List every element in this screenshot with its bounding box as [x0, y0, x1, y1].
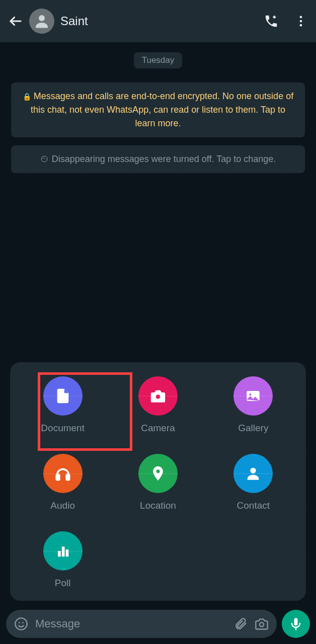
attach-audio[interactable]: Audio: [20, 454, 105, 511]
attach-gallery[interactable]: Gallery: [211, 376, 296, 434]
attach-label: Poll: [55, 578, 71, 589]
emoji-icon[interactable]: [14, 617, 28, 631]
encryption-notice-text: Messages and calls are end-to-end encryp…: [31, 91, 293, 128]
svg-point-18: [22, 622, 24, 623]
more-options-icon[interactable]: [294, 14, 308, 28]
chat-header: Saint: [0, 0, 316, 42]
poll-icon: [43, 531, 83, 571]
date-row: Tuesday: [6, 48, 310, 72]
audio-icon: [43, 454, 83, 493]
svg-point-1: [39, 15, 45, 21]
svg-point-4: [300, 24, 302, 27]
svg-point-3: [300, 20, 302, 23]
timer-icon: ⏲: [40, 154, 49, 164]
contact-icon: [233, 454, 273, 493]
attach-label: Document: [41, 423, 85, 434]
encryption-notice[interactable]: 🔒 Messages and calls are end-to-end encr…: [11, 83, 305, 137]
camera-input-icon[interactable]: [255, 617, 269, 631]
attach-location[interactable]: Location: [115, 454, 200, 511]
svg-point-12: [251, 468, 256, 473]
date-chip: Tuesday: [134, 52, 183, 68]
attach-camera[interactable]: Camera: [115, 376, 200, 434]
attachment-panel: Document Camera Gallery Audio: [10, 362, 306, 601]
disappearing-notice-text: Disappearing messages were turned off. T…: [52, 154, 276, 164]
svg-rect-10: [66, 475, 69, 480]
mic-button[interactable]: [282, 610, 310, 638]
chat-area: Tuesday 🔒 Messages and calls are end-to-…: [0, 42, 316, 604]
gallery-icon: [233, 376, 273, 416]
svg-point-17: [19, 622, 20, 623]
svg-point-16: [15, 618, 27, 629]
back-arrow-icon[interactable]: [8, 14, 23, 29]
svg-rect-9: [56, 475, 59, 480]
attach-label: Audio: [50, 500, 75, 511]
attachment-grid: Document Camera Gallery Audio: [20, 376, 296, 589]
svg-rect-15: [65, 549, 68, 556]
attach-label: Location: [140, 500, 176, 511]
svg-rect-13: [58, 551, 61, 556]
attach-contact[interactable]: Contact: [211, 454, 296, 511]
contact-avatar[interactable]: [29, 9, 54, 34]
mic-icon: [289, 617, 303, 631]
attach-poll[interactable]: Poll: [20, 531, 105, 589]
message-input[interactable]: Message: [35, 617, 226, 630]
location-icon: [138, 454, 178, 493]
svg-point-11: [156, 469, 160, 473]
svg-rect-14: [62, 547, 65, 557]
message-input-container[interactable]: Message: [6, 610, 277, 638]
camera-icon: [138, 376, 178, 416]
disappearing-notice[interactable]: ⏲ Disappearing messages were turned off.…: [11, 145, 305, 173]
call-add-icon[interactable]: [264, 14, 279, 29]
svg-point-8: [250, 393, 252, 395]
attach-label: Gallery: [238, 423, 268, 434]
lock-icon: 🔒: [23, 93, 31, 101]
document-icon: [43, 376, 83, 416]
attach-icon[interactable]: [233, 617, 248, 631]
contact-name[interactable]: Saint: [60, 14, 249, 28]
attach-label: Camera: [141, 423, 175, 434]
svg-point-2: [300, 16, 302, 19]
attach-label: Contact: [237, 500, 270, 511]
input-bar: Message: [0, 604, 316, 644]
svg-point-19: [260, 622, 264, 626]
attach-document[interactable]: Document: [20, 376, 105, 434]
